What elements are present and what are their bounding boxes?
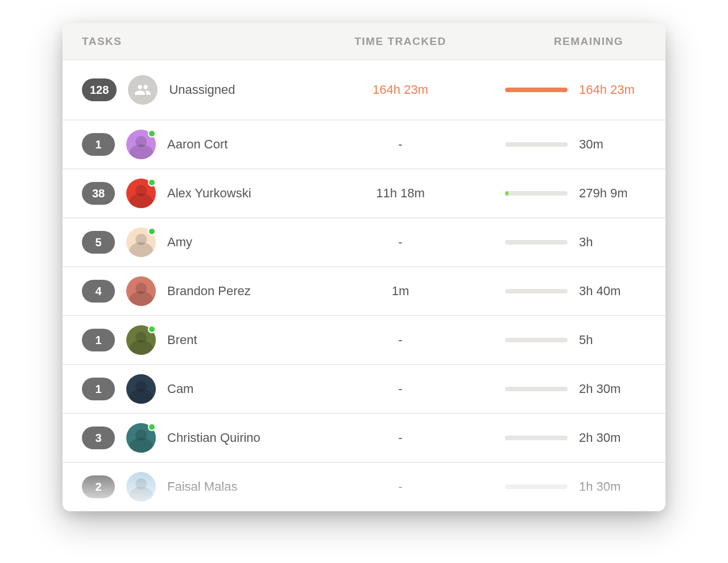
assignee-cell: 3Christian Quirino	[82, 423, 321, 453]
remaining-value: 279h 9m	[579, 186, 642, 201]
time-tracked-value: -	[321, 137, 480, 152]
avatar[interactable]	[126, 227, 156, 257]
table-row[interactable]: 1Cam-2h 30m	[63, 365, 665, 413]
assignee-name[interactable]: Unassigned	[169, 82, 235, 97]
remaining-value: 1h 30m	[579, 479, 642, 494]
avatar[interactable]	[126, 325, 156, 355]
user-avatar	[126, 472, 156, 502]
assignee-cell: 128Unassigned	[82, 75, 321, 105]
task-count-badge[interactable]: 4	[82, 280, 115, 303]
table-row[interactable]: 4Brandon Perez1m3h 40m	[63, 267, 665, 316]
time-tracked-value: 11h 18m	[321, 186, 480, 201]
progress-bar	[505, 88, 568, 92]
assignee-name[interactable]: Christian Quirino	[167, 430, 260, 445]
time-tracked-value: -	[321, 479, 480, 494]
assignee-name[interactable]: Brent	[167, 333, 197, 347]
workload-card: TASKS TIME TRACKED REMAINING 128Unassign…	[63, 23, 665, 511]
task-count-badge[interactable]: 3	[82, 427, 115, 449]
assignee-name[interactable]: Alex Yurkowski	[167, 186, 251, 201]
avatar[interactable]	[126, 276, 156, 306]
table-row[interactable]: 2Faisal Malas-1h 30m	[63, 462, 665, 511]
avatar[interactable]	[126, 374, 156, 404]
remaining-cell: 164h 23m	[480, 82, 646, 97]
table-row[interactable]: 1Aaron Cort-30m	[63, 120, 665, 169]
task-count-badge[interactable]: 38	[82, 182, 115, 205]
progress-bar	[505, 338, 568, 342]
assignee-cell: 1Cam	[82, 374, 321, 404]
remaining-cell: 5h	[480, 333, 646, 347]
progress-bar	[505, 387, 568, 391]
remaining-value: 2h 30m	[579, 382, 642, 396]
assignee-name[interactable]: Amy	[167, 235, 192, 250]
remaining-value: 3h	[579, 235, 642, 250]
table-row[interactable]: 1Brent-5h	[63, 316, 665, 365]
avatar[interactable]	[126, 179, 156, 208]
avatar[interactable]	[128, 75, 158, 105]
assignee-name[interactable]: Aaron Cort	[167, 137, 228, 152]
remaining-cell: 3h	[480, 235, 646, 250]
online-status-icon	[148, 325, 156, 333]
time-tracked-value: -	[321, 333, 480, 347]
table-row[interactable]: 38Alex Yurkowski11h 18m279h 9m	[63, 169, 665, 218]
user-avatar	[126, 374, 156, 404]
remaining-value: 5h	[579, 333, 642, 347]
table-header: TASKS TIME TRACKED REMAINING	[63, 23, 665, 60]
assignee-name[interactable]: Faisal Malas	[167, 479, 237, 494]
column-time-tracked[interactable]: TIME TRACKED	[321, 35, 480, 48]
task-count-badge[interactable]: 5	[82, 231, 115, 254]
user-avatar	[126, 276, 156, 306]
remaining-value: 30m	[579, 137, 642, 152]
progress-bar	[505, 142, 568, 147]
column-tasks[interactable]: TASKS	[82, 35, 321, 48]
assignee-cell: 2Faisal Malas	[82, 472, 321, 502]
time-tracked-value: 1m	[321, 284, 480, 299]
assignee-cell: 4Brandon Perez	[82, 276, 321, 306]
remaining-value: 2h 30m	[579, 430, 642, 445]
remaining-cell: 30m	[480, 137, 646, 152]
assignee-cell: 1Aaron Cort	[82, 130, 321, 159]
avatar[interactable]	[126, 130, 156, 159]
assignee-cell: 5Amy	[82, 227, 321, 257]
time-tracked-value: -	[321, 382, 480, 396]
online-status-icon	[148, 227, 156, 235]
progress-bar-fill	[505, 191, 508, 196]
task-count-badge[interactable]: 1	[82, 133, 115, 156]
table-row[interactable]: 5Amy-3h	[63, 218, 665, 267]
avatar[interactable]	[126, 423, 156, 453]
progress-bar	[505, 191, 568, 196]
remaining-value: 164h 23m	[579, 82, 642, 97]
online-status-icon	[148, 179, 156, 187]
progress-bar	[505, 240, 568, 245]
remaining-cell: 3h 40m	[480, 284, 646, 299]
task-count-badge[interactable]: 1	[82, 378, 115, 400]
table-row[interactable]: 3Christian Quirino-2h 30m	[63, 413, 665, 462]
time-tracked-value: -	[321, 430, 480, 445]
task-count-badge[interactable]: 2	[82, 475, 115, 498]
task-count-badge[interactable]: 128	[82, 78, 117, 101]
remaining-cell: 279h 9m	[480, 186, 646, 201]
avatar[interactable]	[126, 472, 156, 502]
assignee-name[interactable]: Brandon Perez	[167, 284, 251, 299]
table-row[interactable]: 128Unassigned164h 23m164h 23m	[63, 60, 665, 120]
column-remaining[interactable]: REMAINING	[480, 35, 646, 48]
progress-bar	[505, 485, 568, 489]
assignee-name[interactable]: Cam	[167, 382, 193, 396]
table-body: 128Unassigned164h 23m164h 23m1Aaron Cort…	[63, 60, 665, 511]
time-tracked-value: 164h 23m	[321, 82, 480, 97]
remaining-cell: 2h 30m	[480, 382, 646, 396]
online-status-icon	[148, 130, 156, 138]
assignee-cell: 1Brent	[82, 325, 321, 355]
time-tracked-value: -	[321, 235, 480, 250]
remaining-cell: 1h 30m	[480, 479, 646, 494]
online-status-icon	[148, 423, 156, 431]
group-icon	[128, 75, 158, 105]
task-count-badge[interactable]: 1	[82, 329, 115, 351]
remaining-value: 3h 40m	[579, 284, 642, 299]
assignee-cell: 38Alex Yurkowski	[82, 179, 321, 208]
progress-bar	[505, 436, 568, 440]
progress-bar	[505, 289, 568, 293]
remaining-cell: 2h 30m	[480, 430, 646, 445]
progress-bar-fill	[505, 88, 568, 92]
